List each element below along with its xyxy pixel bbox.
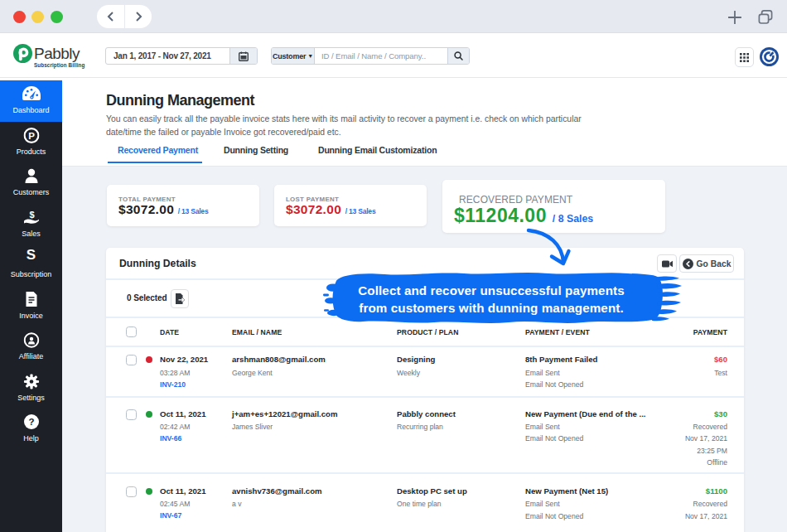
svg-text:$: $ — [29, 210, 34, 220]
svg-text:?: ? — [28, 417, 34, 427]
svg-text:P: P — [28, 130, 35, 140]
